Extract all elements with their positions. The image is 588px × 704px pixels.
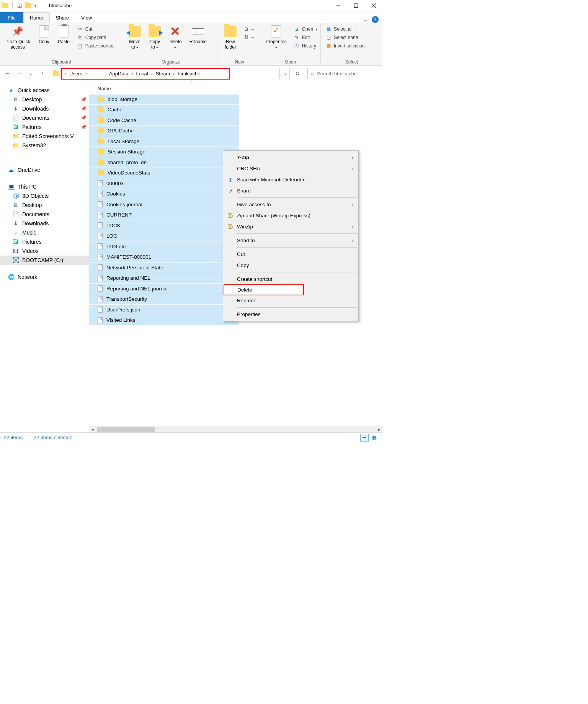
ctx-rename[interactable]: Rename <box>224 295 358 306</box>
invert-selection-button[interactable]: ▦Invert selection <box>324 42 366 50</box>
sidebar-item[interactable]: ⬇Downloads <box>0 219 89 228</box>
file-row[interactable]: LOG.old <box>89 241 239 252</box>
select-none-button[interactable]: ▢Select none <box>324 34 366 41</box>
collapse-ribbon-icon[interactable]: ⌄ <box>363 16 368 23</box>
help-icon[interactable]: ? <box>372 16 379 23</box>
file-row[interactable]: Local Storage <box>89 136 239 147</box>
ctx-7zip[interactable]: 7-Zip› <box>224 152 358 163</box>
close-button[interactable] <box>365 0 382 11</box>
maximize-button[interactable] <box>347 0 365 11</box>
navigation-pane[interactable]: ★Quick access 🖥Desktop📌⬇Downloads📌📄Docum… <box>0 83 89 432</box>
scroll-thumb[interactable] <box>97 427 155 432</box>
breadcrumb-item[interactable]: Steam› <box>156 71 178 77</box>
file-row[interactable]: LOCK <box>89 220 239 231</box>
file-list[interactable]: blob_storageCacheCode CacheGPUCacheLocal… <box>89 94 239 326</box>
file-row[interactable]: Cookies-journal <box>89 199 239 210</box>
onedrive-node[interactable]: ☁OneDrive <box>0 165 89 174</box>
file-row[interactable]: Cookies <box>89 189 239 200</box>
rename-button[interactable]: Rename <box>186 24 210 45</box>
moveto-button[interactable]: Moveto ▾ <box>126 24 144 51</box>
paste-button[interactable]: Paste <box>55 24 73 45</box>
ctx-delete[interactable]: Delete <box>224 284 304 295</box>
file-row[interactable]: 000003 <box>89 178 239 189</box>
sidebar-item[interactable]: 💽BOOTCAMP (C:) <box>0 256 89 265</box>
qat-dropdown-icon[interactable]: ▾ <box>34 4 36 8</box>
quick-access-node[interactable]: ★Quick access <box>0 86 89 95</box>
minimize-button[interactable] <box>330 0 347 11</box>
address-dropdown[interactable]: ⌄ <box>281 68 290 79</box>
search-input[interactable]: ⌕ Search htmlcache <box>307 68 380 79</box>
view-tab[interactable]: View <box>75 12 98 23</box>
recent-dropdown[interactable]: ⌄ <box>25 68 36 79</box>
delete-button[interactable]: ✕ Delete▾ <box>165 24 185 51</box>
home-tab[interactable]: Home <box>23 12 50 23</box>
paste-shortcut-button[interactable]: 📋Paste shortcut <box>75 42 116 50</box>
back-button[interactable]: ← <box>2 68 13 79</box>
scroll-right-icon[interactable]: ▸ <box>376 427 382 432</box>
sidebar-item[interactable]: 📁Edited Screenshots V <box>0 132 89 141</box>
properties-button[interactable]: Properties▾ <box>263 24 290 51</box>
file-row[interactable]: Session Storage <box>89 147 239 158</box>
file-row[interactable]: Visited Links <box>89 315 239 326</box>
file-row[interactable]: UserPrefs.json <box>89 305 239 315</box>
pin-quickaccess-button[interactable]: 📌 Pin to Quickaccess <box>2 24 33 51</box>
ctx-create-shortcut[interactable]: Create shortcut <box>224 274 358 285</box>
select-all-button[interactable]: ▦Select all <box>324 25 366 33</box>
ctx-properties[interactable]: Properties <box>224 309 358 320</box>
breadcrumb-item[interactable]: Users› <box>69 71 90 77</box>
details-view-button[interactable]: ☰ <box>360 434 369 442</box>
file-tab[interactable]: File <box>0 12 23 23</box>
sidebar-item[interactable]: 📁System32 <box>0 141 89 150</box>
network-node[interactable]: 🌐Network <box>0 272 89 282</box>
ctx-crcsha[interactable]: CRC SHA› <box>224 163 358 174</box>
ctx-winzip[interactable]: 🗜WinZip› <box>224 221 358 232</box>
ctx-share[interactable]: ↗Share <box>224 185 358 196</box>
sidebar-item[interactable]: 📄Documents📌 <box>0 113 89 122</box>
ctx-zip-share[interactable]: 🗜Zip and Share (WinZip Express) <box>224 210 358 221</box>
copy-path-button[interactable]: ⎘Copy path <box>75 34 116 41</box>
file-row[interactable]: shared_proto_db <box>89 157 239 168</box>
refresh-button[interactable]: ↻ <box>291 68 304 79</box>
file-row[interactable]: TransportSecurity <box>89 294 239 305</box>
thispc-node[interactable]: 💻This PC <box>0 182 89 191</box>
edit-button[interactable]: ✎Edit <box>292 34 319 41</box>
ctx-sendto[interactable]: Send to› <box>224 235 358 246</box>
crumb-chevron[interactable]: › <box>62 71 69 76</box>
file-row[interactable]: LOG <box>89 231 239 242</box>
history-button[interactable]: 🕓History <box>292 42 319 50</box>
sidebar-item[interactable]: 📄Documents <box>0 210 89 219</box>
file-row[interactable]: blob_storage <box>89 94 239 105</box>
file-row[interactable]: GPUCache <box>89 126 239 137</box>
horizontal-scrollbar[interactable]: ◂ ▸ <box>89 426 382 432</box>
sidebar-item[interactable]: 🖥Desktop📌 <box>0 95 89 104</box>
icons-view-button[interactable]: ▦ <box>370 434 379 442</box>
sidebar-item[interactable]: 🎞Videos <box>0 246 89 256</box>
sidebar-item[interactable]: 🖼Pictures📌 <box>0 122 89 132</box>
ctx-cut[interactable]: Cut <box>224 249 358 260</box>
sidebar-item[interactable]: ⬇Downloads📌 <box>0 104 89 113</box>
column-header-name[interactable]: Name <box>89 83 382 94</box>
ctx-defender[interactable]: ⊕Scan with Microsoft Defender... <box>224 174 358 185</box>
share-tab[interactable]: Share <box>50 12 75 23</box>
file-row[interactable]: CURRENT <box>89 210 239 221</box>
new-item-button[interactable]: 🗋▾ <box>242 25 255 33</box>
ctx-give-access[interactable]: Give access to› <box>224 199 358 210</box>
ctx-copy[interactable]: Copy <box>224 260 358 271</box>
scroll-left-icon[interactable]: ◂ <box>89 427 96 432</box>
sidebar-item[interactable]: 🧊3D Objects <box>0 191 89 200</box>
file-row[interactable]: Code Cache <box>89 115 239 126</box>
easy-access-button[interactable]: ⛓▾ <box>242 33 255 41</box>
cut-button[interactable]: ✂Cut <box>75 25 116 33</box>
file-row[interactable]: VideoDecodeStats <box>89 168 239 179</box>
open-button[interactable]: ◢Open ▾ <box>292 25 319 33</box>
address-bar[interactable]: › Users› › AppData› Local› Steam› htmlca… <box>50 68 280 79</box>
copyto-button[interactable]: Copyto ▾ <box>145 24 164 51</box>
forward-button[interactable]: → <box>14 68 24 79</box>
qat-newfolder-icon[interactable] <box>25 3 31 8</box>
file-row[interactable]: MANIFEST-000001 <box>89 252 239 263</box>
file-row[interactable]: Network Persistent State <box>89 262 239 273</box>
sidebar-item[interactable]: 🖼Pictures <box>0 237 89 246</box>
breadcrumb-item[interactable]: htmlcache <box>178 71 200 77</box>
up-button[interactable]: ↑ <box>37 68 47 79</box>
breadcrumb-item[interactable]: Local› <box>136 71 156 77</box>
